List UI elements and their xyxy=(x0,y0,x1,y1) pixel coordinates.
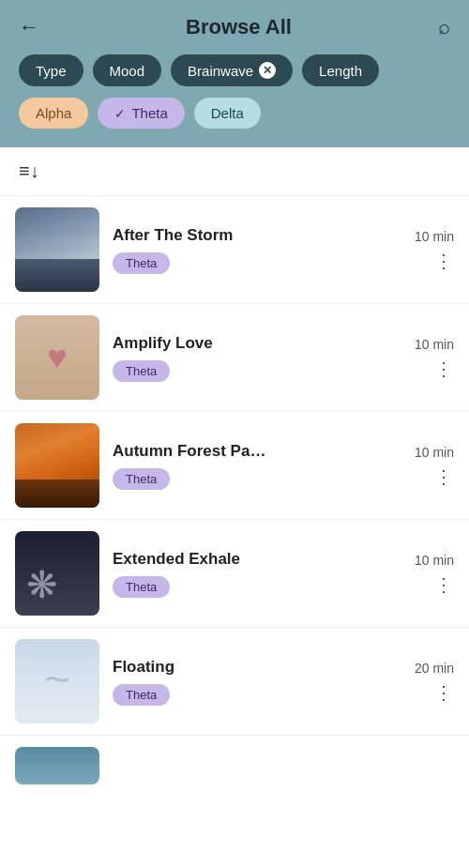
header-top: ← Browse All ⌕ xyxy=(19,15,450,39)
back-button[interactable]: ← xyxy=(19,15,39,39)
filter-length-button[interactable]: Length xyxy=(302,54,379,86)
item-meta: 10 min ⋮ xyxy=(415,337,454,378)
item-title: Autumn Forest Pa… xyxy=(113,442,401,461)
item-meta: 20 min ⋮ xyxy=(415,661,454,702)
list-item: Amplify Love Theta 10 min ⋮ xyxy=(0,304,469,412)
filter-brainwave-button[interactable]: Brainwave ✕ xyxy=(171,54,293,86)
item-title: Extended Exhale xyxy=(113,550,401,569)
more-options-button[interactable]: ⋮ xyxy=(434,251,454,270)
item-title: Amplify Love xyxy=(113,334,401,353)
item-tag[interactable]: Theta xyxy=(113,360,170,382)
sort-bar[interactable]: ≡↓ xyxy=(0,147,469,196)
brainwave-close-icon[interactable]: ✕ xyxy=(259,62,276,79)
item-info: Floating Theta xyxy=(113,658,401,706)
item-tag[interactable]: Theta xyxy=(113,684,170,706)
item-info: Autumn Forest Pa… Theta xyxy=(113,442,401,490)
thumbnail-amplify-love[interactable] xyxy=(15,315,99,400)
list-item: Floating Theta 20 min ⋮ xyxy=(0,628,469,736)
page-title: Browse All xyxy=(186,15,292,39)
more-options-button[interactable]: ⋮ xyxy=(434,575,454,594)
filter-row: Type Mood Brainwave ✕ Length xyxy=(19,54,450,86)
filter-delta-button[interactable]: Delta xyxy=(194,98,261,129)
item-duration: 10 min xyxy=(415,445,454,460)
item-duration: 20 min xyxy=(415,661,454,676)
filter-type-button[interactable]: Type xyxy=(19,54,83,86)
header: ← Browse All ⌕ Type Mood Brainwave ✕ Len… xyxy=(0,0,469,147)
thumbnail-extended-exhale[interactable] xyxy=(15,531,99,616)
item-duration: 10 min xyxy=(415,553,454,568)
item-title: After The Storm xyxy=(113,226,401,245)
item-tag[interactable]: Theta xyxy=(113,576,170,598)
list-item: Autumn Forest Pa… Theta 10 min ⋮ xyxy=(0,412,469,520)
item-info: After The Storm Theta xyxy=(113,226,401,274)
list-item xyxy=(0,736,469,784)
item-duration: 10 min xyxy=(415,229,454,244)
more-options-button[interactable]: ⋮ xyxy=(434,359,454,378)
sort-icon: ≡↓ xyxy=(19,160,39,181)
item-tag[interactable]: Theta xyxy=(113,252,170,274)
search-icon[interactable]: ⌕ xyxy=(438,15,450,39)
filter-mood-button[interactable]: Mood xyxy=(93,54,162,86)
content-area: ≡↓ After The Storm Theta 10 min ⋮ Amplif… xyxy=(0,147,469,784)
item-info: Extended Exhale Theta xyxy=(113,550,401,598)
item-meta: 10 min ⋮ xyxy=(415,553,454,594)
item-info: Amplify Love Theta xyxy=(113,334,401,382)
item-tag[interactable]: Theta xyxy=(113,468,170,490)
filter-theta-button[interactable]: ✓ Theta xyxy=(98,98,184,129)
item-meta: 10 min ⋮ xyxy=(415,445,454,486)
thumbnail-partial[interactable] xyxy=(15,747,99,784)
check-icon: ✓ xyxy=(114,106,126,121)
list-item: Extended Exhale Theta 10 min ⋮ xyxy=(0,520,469,628)
filter-alpha-button[interactable]: Alpha xyxy=(19,98,88,129)
item-duration: 10 min xyxy=(415,337,454,352)
thumbnail-floating[interactable] xyxy=(15,639,99,723)
more-options-button[interactable]: ⋮ xyxy=(434,467,454,486)
brainwave-sub-filters: Alpha ✓ Theta Delta xyxy=(19,98,450,129)
thumbnail-after-the-storm[interactable] xyxy=(15,207,99,292)
thumbnail-autumn-forest[interactable] xyxy=(15,423,99,508)
more-options-button[interactable]: ⋮ xyxy=(434,683,454,702)
list-item: After The Storm Theta 10 min ⋮ xyxy=(0,196,469,304)
item-meta: 10 min ⋮ xyxy=(415,229,454,270)
item-title: Floating xyxy=(113,658,401,677)
